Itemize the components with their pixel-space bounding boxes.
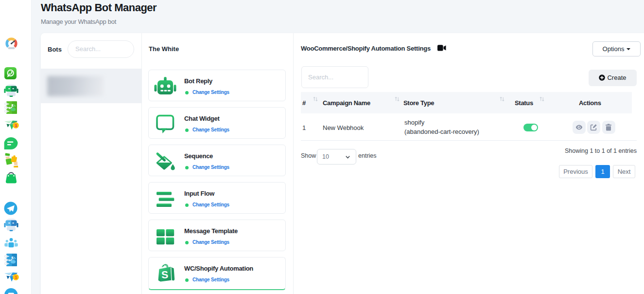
svg-text:1: 1 [15,123,17,128]
svg-text:S: S [161,269,169,280]
svg-text:1: 1 [15,275,17,280]
